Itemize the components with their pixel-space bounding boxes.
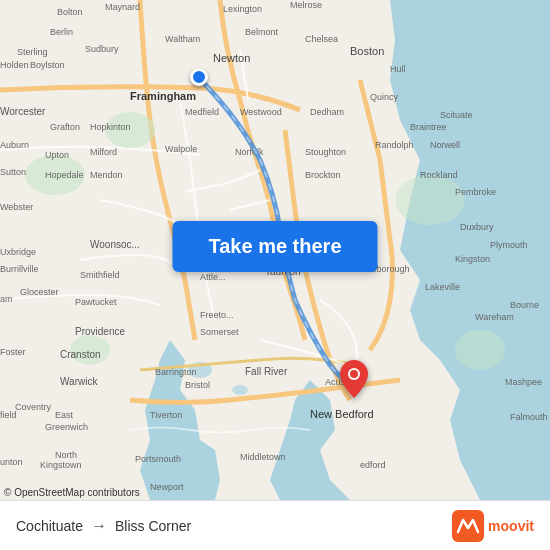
svg-text:Sudbury: Sudbury [85,44,119,54]
svg-text:Uxbridge: Uxbridge [0,247,36,257]
origin-label: Cochituate [16,518,83,534]
svg-text:Greenwich: Greenwich [45,422,88,432]
moovit-logo: moovit [452,510,534,542]
destination-label: Bliss Corner [115,518,191,534]
svg-text:Burrillville: Burrillville [0,264,39,274]
svg-text:Lakeville: Lakeville [425,282,460,292]
svg-text:Barrington: Barrington [155,367,197,377]
svg-text:Smithfield: Smithfield [80,270,120,280]
svg-text:Braintree: Braintree [410,122,447,132]
map-container: Sterling Bolton Maynard Lexington Melros… [0,0,550,500]
svg-text:Bourne: Bourne [510,300,539,310]
bottom-bar: Cochituate → Bliss Corner moovit [0,500,550,550]
svg-text:Warwick: Warwick [60,376,98,387]
svg-text:Boston: Boston [350,45,384,57]
svg-text:Auburn: Auburn [0,140,29,150]
svg-text:Boylston: Boylston [30,60,65,70]
svg-text:Norfolk: Norfolk [235,147,264,157]
svg-text:Coventry: Coventry [15,402,52,412]
svg-text:North: North [55,450,77,460]
route-info: Cochituate → Bliss Corner [16,517,452,535]
svg-text:Dedham: Dedham [310,107,344,117]
svg-text:Woonsoc...: Woonsoc... [90,239,140,250]
svg-text:Somerset: Somerset [200,327,239,337]
svg-text:unton: unton [0,457,23,467]
svg-point-3 [232,385,248,395]
take-me-there-button[interactable]: Take me there [172,221,377,272]
moovit-icon [452,510,484,542]
svg-text:Bolton: Bolton [57,7,83,17]
svg-text:Pembroke: Pembroke [455,187,496,197]
svg-text:East: East [55,410,74,420]
svg-text:Waltham: Waltham [165,34,200,44]
svg-text:Cranston: Cranston [60,349,101,360]
svg-text:Newport: Newport [150,482,184,492]
svg-text:Tiverton: Tiverton [150,410,182,420]
origin-marker [190,68,208,86]
svg-text:Scituate: Scituate [440,110,473,120]
svg-text:Freeto...: Freeto... [200,310,234,320]
svg-point-92 [350,370,358,378]
svg-text:Milford: Milford [90,147,117,157]
svg-text:Fall River: Fall River [245,366,288,377]
svg-text:Hopkinton: Hopkinton [90,122,131,132]
moovit-text: moovit [488,518,534,534]
svg-text:Maynard: Maynard [105,2,140,12]
svg-text:Berlin: Berlin [50,27,73,37]
svg-text:Framingham: Framingham [130,90,196,102]
svg-text:Webster: Webster [0,202,33,212]
svg-text:New Bedford: New Bedford [310,408,374,420]
svg-text:Kingston: Kingston [455,254,490,264]
svg-text:Plymouth: Plymouth [490,240,528,250]
svg-text:Mashpee: Mashpee [505,377,542,387]
destination-marker [340,360,368,402]
svg-text:Quincy: Quincy [370,92,399,102]
svg-text:Grafton: Grafton [50,122,80,132]
svg-text:Attle...: Attle... [200,272,226,282]
svg-text:Newton: Newton [213,52,250,64]
svg-text:Foster: Foster [0,347,26,357]
svg-text:Randolph: Randolph [375,140,414,150]
svg-text:Worcester: Worcester [0,106,46,117]
svg-text:Sutton: Sutton [0,167,26,177]
svg-point-8 [455,330,505,370]
svg-text:Holden: Holden [0,60,29,70]
svg-text:Bristol: Bristol [185,380,210,390]
svg-text:Stoughton: Stoughton [305,147,346,157]
map-attribution: © OpenStreetMap contributors [4,487,140,498]
svg-text:Walpole: Walpole [165,144,197,154]
svg-text:Medfield: Medfield [185,107,219,117]
svg-text:Wareham: Wareham [475,312,514,322]
svg-text:Portsmouth: Portsmouth [135,454,181,464]
svg-text:Falmouth: Falmouth [510,412,548,422]
svg-text:Kingstown: Kingstown [40,460,82,470]
svg-text:Duxbury: Duxbury [460,222,494,232]
svg-text:Hull: Hull [390,64,406,74]
svg-text:Mendon: Mendon [90,170,123,180]
svg-point-7 [395,175,465,225]
svg-text:Pawtucket: Pawtucket [75,297,117,307]
route-arrow-icon: → [91,517,107,535]
svg-text:Westwood: Westwood [240,107,282,117]
svg-text:Norwell: Norwell [430,140,460,150]
svg-text:Glocester: Glocester [20,287,59,297]
svg-text:Belmont: Belmont [245,27,279,37]
svg-text:Sterling: Sterling [17,47,48,57]
svg-text:Chelsea: Chelsea [305,34,338,44]
svg-text:Middletown: Middletown [240,452,286,462]
svg-text:edford: edford [360,460,386,470]
svg-text:Rockland: Rockland [420,170,458,180]
svg-text:Providence: Providence [75,326,125,337]
svg-text:Brockton: Brockton [305,170,341,180]
svg-text:am: am [0,294,13,304]
svg-text:Upton: Upton [45,150,69,160]
svg-text:Hopedale: Hopedale [45,170,84,180]
svg-text:Lexington: Lexington [223,4,262,14]
svg-text:Melrose: Melrose [290,0,322,10]
